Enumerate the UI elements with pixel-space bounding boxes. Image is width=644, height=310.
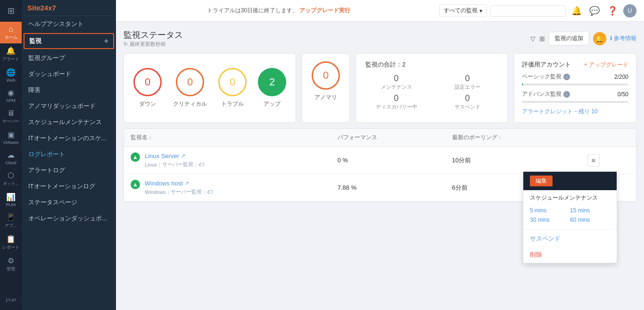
monitor-select[interactable]: すべての監視 ▾ — [439, 4, 487, 17]
upgrade-account-link[interactable]: + アップグレード — [584, 61, 628, 69]
nav-icon-cloud[interactable]: ☁Cloud — [0, 148, 22, 168]
nav-icon-app[interactable]: 📱アプ... — [0, 210, 22, 232]
dropdown-delete[interactable]: 削除 — [523, 247, 617, 263]
dropdown-suspend[interactable]: サスペンド — [523, 231, 617, 247]
grid-view-icon[interactable]: ⊞ — [539, 35, 545, 42]
summary-config-error: 0 設定エラー — [437, 74, 498, 91]
status-circles-card: 0 ダウン 0 クリティカル 0 トラブル — [124, 53, 296, 123]
reference-link[interactable]: ℹ 参考情報 — [610, 34, 636, 42]
left-nav-item-4[interactable]: スケジュールメンテナンス — [22, 114, 116, 130]
app-grid-icon[interactable]: ⊞ — [0, 0, 22, 22]
basic-info-icon: i — [563, 74, 570, 80]
top-header: トライアルは30日後に終了します。 アップグレード実行 すべての監視 ▾ 🔔 💬… — [116, 0, 644, 22]
left-nav-item-1[interactable]: ダッシュボード — [22, 66, 116, 82]
status-critical[interactable]: 0 クリティカル — [173, 68, 207, 108]
nav-icon-server[interactable]: 🖥サーバー — [0, 106, 22, 127]
left-nav-item-2[interactable]: 障害 — [22, 82, 116, 98]
sidebar-time: 17:47 — [6, 294, 17, 306]
status-icon-0: ▲ — [131, 152, 140, 162]
monitor-name-link-1[interactable]: Windows host ↗ — [145, 180, 213, 187]
account-advanced-row: アドバンス監視 i 0/50 — [522, 90, 628, 98]
table-row: ▲ Linux Server ↗ Linux | サーバー監視 | 🏷 0 % … — [124, 147, 636, 174]
nav-icon-home[interactable]: ⌂ホーム — [0, 22, 22, 43]
monitor-name-cell-0: Linux Server ↗ Linux | サーバー監視 | 🏷 — [145, 152, 204, 168]
dropdown-5min[interactable]: 5 mins — [530, 206, 570, 215]
alert-credit[interactable]: アラートクレジット－残り 10 — [522, 108, 628, 116]
filter-icon[interactable]: ▽ — [530, 35, 536, 42]
context-menu: 編集 スケジュールメンテナンス 5 mins 15 mins 30 mins 6… — [523, 171, 617, 263]
nav-icon-web[interactable]: 🌐Web — [0, 65, 22, 85]
nav-icon-admin[interactable]: ⚙管理 — [0, 253, 22, 275]
left-nav-item-8[interactable]: ITオートメーションログ — [22, 178, 116, 194]
nav-icon-apm[interactable]: ◉APM — [0, 85, 22, 106]
status-icon-1: ▲ — [131, 180, 140, 189]
dropdown-divider — [523, 229, 617, 230]
nav-item-help[interactable]: ヘルプアシスタント — [22, 16, 116, 32]
left-nav-item-10[interactable]: オペレーションダッシュボ... — [22, 210, 116, 226]
page-header: 監視ステータス ↻ 最終更新数秒前 ▽ ⊞ 監視の追加 🔔 ℹ 参考情報 — [124, 29, 636, 48]
status-up[interactable]: 2 アップ — [258, 68, 286, 108]
dropdown-15min[interactable]: 15 mins — [570, 206, 610, 215]
bell-button[interactable]: 🔔 — [593, 32, 606, 45]
search-input[interactable] — [490, 5, 566, 17]
circle-up: 2 — [258, 68, 286, 96]
page-subtitle: ↻ 最終更新数秒前 — [124, 41, 183, 48]
left-nav-item-9[interactable]: ステータスページ — [22, 194, 116, 210]
page-header-actions: ▽ ⊞ 監視の追加 🔔 ℹ 参考情報 — [530, 32, 636, 45]
col-performance[interactable]: パフォーマンス — [331, 129, 446, 147]
left-nav-header: Site24x7 — [22, 0, 116, 16]
avatar[interactable]: U — [623, 4, 636, 17]
upgrade-link[interactable]: アップグレード実行 — [299, 7, 350, 14]
circle-trouble: 0 — [218, 68, 247, 96]
help-icon[interactable]: ❓ — [605, 4, 619, 18]
chat-icon[interactable]: 💬 — [587, 4, 602, 18]
advanced-progress-bar — [522, 101, 628, 103]
anomaly-card[interactable]: 0 アノマリ — [302, 53, 350, 123]
left-nav-item-7[interactable]: アラートログ — [22, 162, 116, 178]
status-down[interactable]: 0 ダウン — [133, 68, 162, 108]
nav-icon-network[interactable]: ⬡ネット... — [0, 168, 22, 190]
basic-progress-fill — [522, 84, 523, 85]
account-card: 評価用アカウント + アップグレード ベーシック監視 i 2/200 アドバンス… — [514, 53, 636, 123]
left-nav-item-6[interactable]: ログレポート — [22, 146, 116, 162]
sort-icon-polling: ↕ — [499, 135, 501, 140]
tag-icon-0: 🏷 — [198, 161, 204, 168]
left-nav-item-5[interactable]: ITオートメーションのスケ... — [22, 130, 116, 146]
col-actions — [581, 129, 636, 147]
col-name[interactable]: 監視名 ↕ — [124, 129, 331, 147]
icon-sidebar: ⊞ ⌂ホーム🔔アラート🌐Web◉APM🖥サーバー▣VMware☁Cloud⬡ネッ… — [0, 0, 22, 310]
dropdown-30min[interactable]: 30 mins — [530, 215, 570, 225]
status-cards-row: 0 ダウン 0 クリティカル 0 トラブル — [124, 53, 636, 123]
monitor-table-card: 監視名 ↕ パフォーマンス 最新のポーリング ↕ — [124, 128, 636, 202]
status-trouble[interactable]: 0 トラブル — [218, 68, 247, 108]
action-cell-0: ≡ — [581, 147, 636, 174]
circle-down: 0 — [133, 68, 162, 96]
notification-icon[interactable]: 🔔 — [570, 4, 584, 18]
refresh-icon: ↻ — [124, 41, 128, 47]
page-title: 監視ステータス — [124, 29, 183, 41]
monitor-name-link-0[interactable]: Linux Server ↗ — [145, 152, 204, 159]
nav-icon-alert[interactable]: 🔔アラート — [0, 43, 22, 65]
dropdown-60min[interactable]: 60 mins — [570, 215, 610, 225]
left-nav-item-3[interactable]: アノマリダッシュボード — [22, 98, 116, 114]
monitor-name-cell-1: Windows host ↗ Windows | サーバー監視 | 🏷 — [145, 180, 213, 195]
add-monitor-button[interactable]: 監視の追加 — [549, 32, 589, 45]
nav-icon-rum[interactable]: 📊RUM — [0, 190, 22, 210]
summary-grid: 0 メンテナンス 0 設定エラー 0 ディスカバリー中 0 サスペンド — [365, 74, 498, 110]
sort-icon: ↕ — [149, 135, 151, 140]
circle-critical: 0 — [176, 68, 204, 96]
chevron-down-icon: ▾ — [479, 8, 482, 14]
summary-title: 監視の合計：2 — [365, 60, 498, 69]
summary-card: 監視の合計：2 0 メンテナンス 0 設定エラー 0 ディスカバリー中 — [355, 53, 508, 123]
nav-icon-vmware[interactable]: ▣VMware — [0, 127, 22, 148]
dropdown-edit-label[interactable]: 編集 — [530, 176, 553, 186]
app-logo: Site24x7 — [27, 4, 56, 12]
left-nav-item-0[interactable]: 監視グループ — [22, 50, 116, 66]
nav-plus-icon[interactable]: + — [104, 37, 108, 45]
nav-icon-report[interactable]: 📋レポート — [0, 232, 22, 253]
action-button-0[interactable]: ≡ — [587, 154, 600, 167]
summary-discovery: 0 ディスカバリー中 — [365, 93, 427, 110]
nav-item-monitoring-section[interactable]: 監視 + — [24, 33, 114, 49]
col-polling[interactable]: 最新のポーリング ↕ — [446, 129, 581, 147]
performance-cell-0: 0 % — [331, 147, 446, 174]
